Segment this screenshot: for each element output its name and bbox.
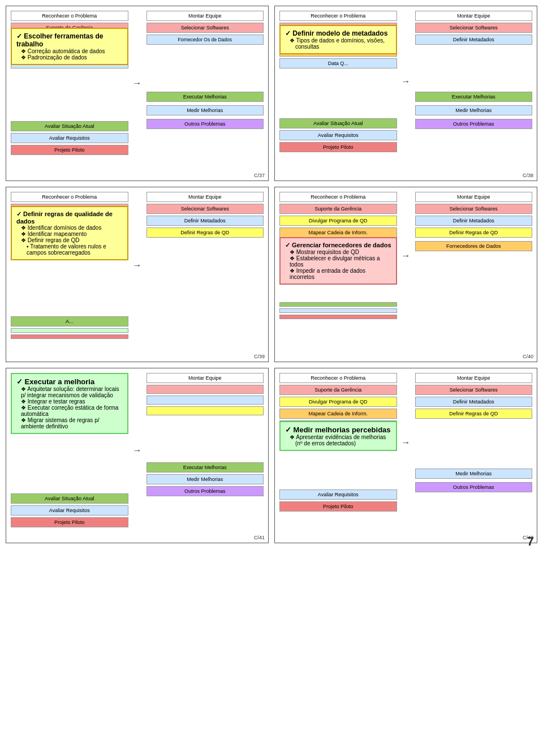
flow-box: Suporte da Gerência [279,204,397,214]
flow-box: Avaliar Requisitos [11,505,128,516]
flow-box [11,334,128,339]
flow-box: Executar Melhorias [146,462,264,472]
flow-box: Definir Regras de QD [415,409,533,419]
flow-box: Selecionar Softwares [146,204,264,214]
flow-box: Mapear Cadeia de Inform. [279,409,397,419]
slide-c39: Reconhecer o Problema Suporte da Gerênci… [6,187,269,362]
flow-box: Definir Metadados [415,216,533,226]
flow-box: Medir Melhorias [146,474,264,484]
flow-box: Avaliar Requisitos [11,133,128,143]
flow-box: Mapear Cadeia de Inform. [279,227,397,238]
flow-box: Avaliar Situação Atual [11,493,128,504]
flow-box: Fornecedor Os de Dados [146,35,264,45]
flow-box: Outros Problemas [146,486,264,496]
flow-box: Reconhecer o Problema [279,192,397,202]
slide-number: C/37 [254,173,265,178]
tooltip-c39: ✓ Definir regras de qualidade de dados ❖… [11,206,128,260]
flow-box: Selecionar Softwares [415,204,533,214]
tooltip-c37: ✓ Escolher ferramentas de trabalho ❖ Cor… [11,28,128,65]
flow-box: Selecionar Softwares [415,23,533,33]
flow-box [146,385,264,394]
flow-box [146,396,264,405]
tooltip-c40: ✓ Gerenciar fornecedores de dados ❖ Most… [279,237,397,285]
flow-box: Data Q... [279,58,397,68]
flow-box: Executar Melhorias [146,92,264,102]
flow-box: Reconhecer o Problema [11,192,128,202]
slide-c37: Reconhecer o Problema Suporte da Gerênci… [6,6,269,181]
flow-box: Definir Metadados [146,216,264,226]
flow-box: Definir Metadados [415,35,533,45]
flow-box: Medir Melhorias [415,469,533,479]
flow-box [11,328,128,333]
flow-box [279,302,397,307]
flow-box: Divulgar Programa de QD [279,397,397,407]
flow-box: Reconhecer o Problema [279,11,397,21]
flow-box: Outros Problemas [415,482,533,492]
flow-box: Montar Equipe [415,11,533,21]
slide-number: C/39 [254,354,265,359]
flow-box: Selecionar Softwares [415,385,533,395]
flow-box: Reconhecer o Problema [279,373,397,383]
flow-box: Montar Equipe [146,11,264,21]
flow-box: Medir Melhorias [415,105,533,115]
flow-box: Montar Equipe [415,192,533,202]
flow-box [279,308,397,313]
flow-box: Avaliar Situação Atual [11,121,128,131]
flow-box: Divulgar Programa de QD [279,216,397,226]
flow-box: Projeto Piloto [11,517,128,527]
flow-box: Medir Melhorias [146,105,264,115]
slide-c42: Reconhecer o Problema Suporte da Gerênci… [274,368,537,543]
flow-box: Reconhecer o Problema [11,11,128,21]
flow-box: Definir Regras de QD [415,227,533,238]
tooltip-c38: ✓ Definir modelo de metadados ❖ Tipos de… [279,25,397,54]
flow-box: Outros Problemas [146,119,264,129]
slide-c41: Reconhecer o Problema ✓ Executar a melho… [6,368,269,543]
flow-box [146,406,264,415]
flow-box: Montar Equipe [415,373,533,383]
flow-box: Definir Metadados [415,397,533,407]
slide-number: C/41 [254,535,265,540]
page-number: 7 [527,534,534,549]
slide-number: C/40 [523,354,533,359]
flow-box: Montar Equipe [146,373,264,383]
flow-box: Montar Equipe [146,192,264,202]
flow-box: Outros Problemas [415,119,533,129]
flow-box: Suporte da Gerência [279,385,397,395]
flow-box: A... [11,316,128,327]
flow-box: Fornecedores de Dados [415,241,533,251]
flow-box: Projeto Piloto [279,142,397,152]
flow-box: Selecionar Softwares [146,23,264,33]
flow-box: Executar Melhorias [415,92,533,102]
tooltip-c42: ✓ Medir melhorias percebidas ❖ Apresenta… [279,421,397,451]
flow-box: Projeto Piloto [279,501,397,512]
slide-c40: Reconhecer o Problema Suporte da Gerênci… [274,187,537,362]
slide-c38: Reconhecer o Problema Suporte da Gerênci… [274,6,537,181]
flow-box: Avaliar Requisitos [279,130,397,140]
flow-box: Avaliar Requisitos [279,489,397,500]
tooltip-c41: ✓ Executar a melhoria ❖ Arquitetar soluç… [11,373,128,434]
flow-box: Projeto Piloto [11,145,128,155]
flow-box [279,315,397,319]
flow-box: Avaliar Situação Atual [279,118,397,128]
flow-box: Definir Regras de QD [146,227,264,238]
slide-number: C/38 [523,173,533,178]
